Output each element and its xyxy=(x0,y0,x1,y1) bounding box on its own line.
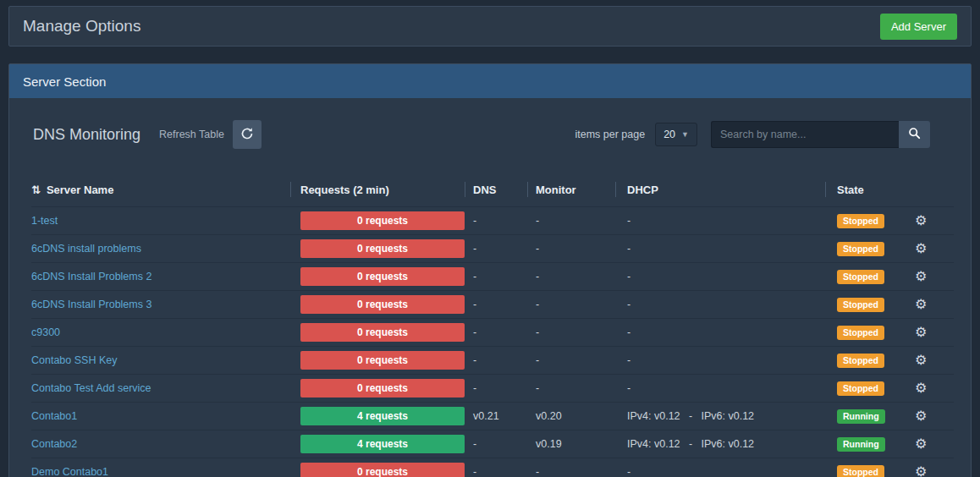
dns-version: - xyxy=(465,319,527,346)
gear-icon[interactable]: ⚙ xyxy=(915,354,927,367)
chevron-down-icon: ▼ xyxy=(681,130,689,139)
section-title: Server Section xyxy=(23,74,106,89)
dhcp-versions: - xyxy=(615,375,825,402)
requests-badge: 0 requests xyxy=(300,239,465,258)
column-header-server-name[interactable]: ⇅ Server Name xyxy=(31,173,290,206)
requests-badge: 0 requests xyxy=(300,267,465,286)
requests-badge: 4 requests xyxy=(300,407,465,425)
table-toolbar: DNS Monitoring Refresh Table items per p… xyxy=(9,98,971,149)
state-badge: Running xyxy=(837,437,885,452)
table-row: 6cDNS Install Problems 2 0 requests - - … xyxy=(31,262,954,290)
requests-badge: 0 requests xyxy=(300,295,465,314)
items-per-page-value: 20 xyxy=(663,129,675,140)
server-name-link[interactable]: 6cDNS Install Problems 3 xyxy=(31,299,151,310)
requests-badge: 4 requests xyxy=(300,435,465,453)
column-header-requests: Requests (2 min) xyxy=(290,173,465,206)
server-name-link[interactable]: Contabo1 xyxy=(31,410,77,422)
dns-version: - xyxy=(465,235,527,262)
items-per-page-select[interactable]: 20 ▼ xyxy=(655,123,697,146)
search-button[interactable] xyxy=(899,121,930,148)
dns-version: - xyxy=(465,458,527,477)
gear-icon[interactable]: ⚙ xyxy=(915,409,927,423)
requests-badge: 0 requests xyxy=(300,379,465,398)
dns-version: - xyxy=(465,430,527,458)
server-name-link[interactable]: Demo Contabo1 xyxy=(31,466,108,477)
server-name-link[interactable]: Contabo Test Add service xyxy=(31,382,151,394)
servers-table: ⇅ Server Name Requests (2 min) DNS Monit… xyxy=(9,173,971,477)
search-icon xyxy=(908,127,921,142)
table-row: Contabo2 4 requests - v0.19 IPv4: v0.12 … xyxy=(31,430,954,458)
dhcp-versions: - xyxy=(615,291,825,318)
gear-icon[interactable]: ⚙ xyxy=(915,381,927,395)
state-badge: Stopped xyxy=(837,270,884,284)
state-badge: Stopped xyxy=(837,214,884,228)
server-name-link[interactable]: Contabo SSH Key xyxy=(31,354,117,366)
column-header-dhcp: DHCP xyxy=(615,173,825,206)
dns-version: v0.21 xyxy=(465,403,527,430)
table-row: Contabo SSH Key 0 requests - - - Stopped… xyxy=(31,346,954,374)
monitor-version: - xyxy=(527,207,615,234)
monitor-version: v0.19 xyxy=(527,430,615,458)
dhcp-versions: - xyxy=(615,235,825,262)
requests-badge: 0 requests xyxy=(300,351,465,370)
state-badge: Stopped xyxy=(837,298,884,312)
gear-icon[interactable]: ⚙ xyxy=(915,270,927,283)
requests-badge: 0 requests xyxy=(300,211,465,230)
dhcp-versions: IPv4: v0.12 - IPv6: v0.12 xyxy=(615,430,825,458)
gear-icon[interactable]: ⚙ xyxy=(915,465,927,477)
search-group xyxy=(711,121,930,148)
top-bar: Manage Options Add Server xyxy=(8,6,972,47)
column-header-monitor: Monitor xyxy=(527,173,615,206)
column-header-dns: DNS xyxy=(465,173,527,206)
dns-version: - xyxy=(465,347,527,374)
table-header-row: ⇅ Server Name Requests (2 min) DNS Monit… xyxy=(31,173,954,206)
table-row: Contabo1 4 requests v0.21 v0.20 IPv4: v0… xyxy=(31,402,954,430)
gear-icon[interactable]: ⚙ xyxy=(915,298,927,311)
items-per-page-label: items per page xyxy=(575,129,645,140)
gear-icon[interactable]: ⚙ xyxy=(915,214,927,228)
refresh-icon xyxy=(240,127,254,143)
monitor-version: - xyxy=(527,235,615,262)
server-name-link[interactable]: 6cDNS install problems xyxy=(31,243,141,255)
gear-icon[interactable]: ⚙ xyxy=(915,437,927,451)
dns-version: - xyxy=(465,263,527,290)
page-title: Manage Options xyxy=(23,17,140,36)
dhcp-versions: - xyxy=(615,263,825,290)
table-row: Contabo Test Add service 0 requests - - … xyxy=(31,374,954,402)
server-name-link[interactable]: c9300 xyxy=(31,326,60,338)
search-input[interactable] xyxy=(711,121,899,148)
table-row: 6cDNS Install Problems 3 0 requests - - … xyxy=(31,290,954,318)
server-name-link[interactable]: 6cDNS Install Problems 2 xyxy=(31,271,151,282)
add-server-button[interactable]: Add Server xyxy=(880,14,957,40)
panel-title: DNS Monitoring xyxy=(33,126,140,144)
dhcp-versions: - xyxy=(615,207,825,234)
server-panel: Server Section DNS Monitoring Refresh Ta… xyxy=(8,63,972,477)
monitor-version: - xyxy=(527,375,615,402)
gear-icon[interactable]: ⚙ xyxy=(915,326,927,339)
dhcp-versions: - xyxy=(615,347,825,374)
server-name-link[interactable]: 1-test xyxy=(31,215,58,227)
state-badge: Running xyxy=(837,409,885,424)
monitor-version: - xyxy=(527,319,615,346)
sort-icon[interactable]: ⇅ xyxy=(31,184,41,196)
table-row: Demo Contabo1 0 requests - - - Stopped ⚙ xyxy=(31,458,954,477)
section-header: Server Section xyxy=(9,64,971,98)
column-header-label: Server Name xyxy=(47,184,114,196)
table-row: 1-test 0 requests - - - Stopped ⚙ xyxy=(31,206,954,234)
monitor-version: - xyxy=(527,263,615,290)
state-badge: Stopped xyxy=(837,354,884,368)
state-badge: Stopped xyxy=(837,381,884,396)
monitor-version: - xyxy=(527,347,615,374)
column-header-actions xyxy=(915,173,954,206)
dhcp-versions: - xyxy=(615,319,825,346)
server-name-link[interactable]: Contabo2 xyxy=(31,438,77,450)
table-row: c9300 0 requests - - - Stopped ⚙ xyxy=(31,318,954,346)
refresh-table-label: Refresh Table xyxy=(159,129,224,140)
refresh-button[interactable] xyxy=(233,120,262,149)
table-row: 6cDNS install problems 0 requests - - - … xyxy=(31,234,954,262)
monitor-version: - xyxy=(527,458,615,477)
gear-icon[interactable]: ⚙ xyxy=(915,242,927,255)
state-badge: Stopped xyxy=(837,242,884,256)
monitor-version: v0.20 xyxy=(527,403,615,430)
monitor-version: - xyxy=(527,291,615,318)
